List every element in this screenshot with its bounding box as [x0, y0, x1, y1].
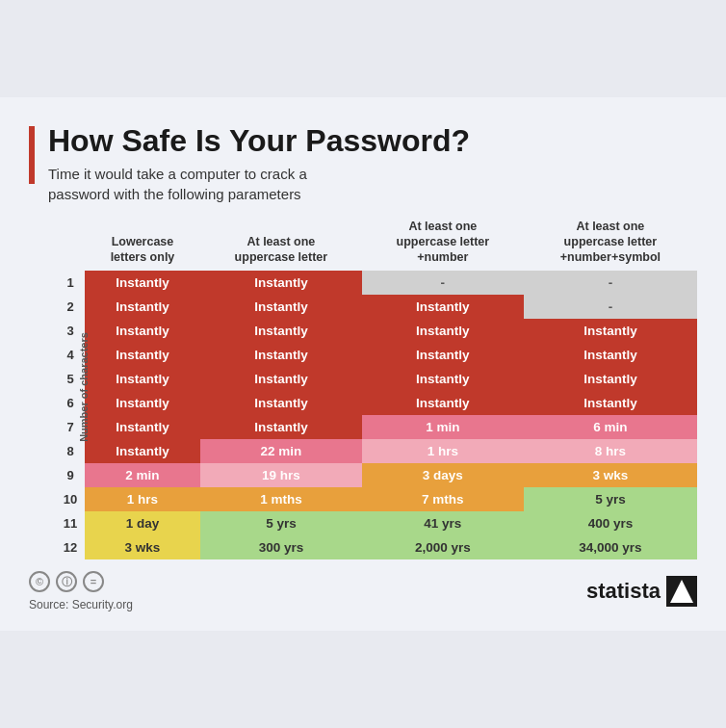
table-row: 6InstantlyInstantlyInstantlyInstantly	[56, 391, 697, 415]
table-cell: Instantly	[362, 367, 524, 391]
row-number: 8	[56, 439, 85, 463]
table-cell: Instantly	[85, 319, 200, 343]
red-accent-bar	[29, 126, 35, 184]
subtitle: Time it would take a computer to crack a…	[48, 164, 470, 204]
table-cell: Instantly	[200, 367, 362, 391]
col-header-upper-num: At least oneuppercase letter+number	[362, 214, 524, 272]
table-cell: -	[524, 295, 697, 319]
table-cell: Instantly	[200, 295, 362, 319]
table-cell: Instantly	[85, 439, 200, 463]
table-cell: Instantly	[362, 295, 524, 319]
row-axis-label: Number of characters	[78, 332, 90, 442]
table-cell: Instantly	[85, 367, 200, 391]
person-icon: ⓘ	[56, 571, 77, 592]
row-number: 10	[56, 487, 85, 511]
table-cell: 7 mths	[362, 487, 524, 511]
table-row: 111 day5 yrs41 yrs400 yrs	[56, 511, 697, 535]
table-cell: 300 yrs	[200, 535, 362, 559]
table-cell: -	[524, 271, 697, 295]
source-label: Source: Security.org	[29, 598, 133, 611]
main-title: How Safe Is Your Password?	[48, 124, 470, 158]
row-number: 11	[56, 511, 85, 535]
table-row: 4InstantlyInstantlyInstantlyInstantly	[56, 343, 697, 367]
table-cell: Instantly	[524, 319, 697, 343]
table-cell: Instantly	[85, 271, 200, 295]
table-cell: 6 min	[524, 415, 697, 439]
table-cell: 1 min	[362, 415, 524, 439]
table-row: 1InstantlyInstantly--	[56, 271, 697, 295]
header-row: Lowercaseletters only At least oneupperc…	[56, 214, 697, 272]
password-table: Lowercaseletters only At least oneupperc…	[56, 214, 697, 560]
table-cell: Instantly	[85, 343, 200, 367]
table-cell: Instantly	[200, 319, 362, 343]
table-cell: 1 day	[85, 511, 200, 535]
table-cell: 3 days	[362, 463, 524, 487]
col-header-num	[56, 214, 85, 272]
table-row: 7InstantlyInstantly1 min6 min	[56, 415, 697, 439]
table-cell: 22 min	[200, 439, 362, 463]
table-cell: 5 yrs	[524, 487, 697, 511]
col-header-upper-num-sym: At least oneuppercase letter+number+symb…	[524, 214, 697, 272]
table-row: 3InstantlyInstantlyInstantlyInstantly	[56, 319, 697, 343]
table-cell: Instantly	[85, 415, 200, 439]
table-cell: Instantly	[200, 391, 362, 415]
row-number: 2	[56, 295, 85, 319]
table-cell: 19 hrs	[200, 463, 362, 487]
statista-text: statista	[586, 579, 661, 604]
table-row: 92 min19 hrs3 days3 wks	[56, 463, 697, 487]
table-row: 101 hrs1 mths7 mths5 yrs	[56, 487, 697, 511]
table-cell: -	[362, 271, 524, 295]
table-cell: Instantly	[200, 415, 362, 439]
col-header-lowercase: Lowercaseletters only	[85, 214, 200, 272]
table-cell: Instantly	[362, 319, 524, 343]
table-cell: 2,000 yrs	[362, 535, 524, 559]
table-cell: 34,000 yrs	[524, 535, 697, 559]
table-container: Number of characters Lowercaseletters on…	[29, 214, 697, 560]
table-cell: Instantly	[524, 367, 697, 391]
col-header-uppercase: At least oneuppercase letter	[200, 214, 362, 272]
table-cell: 41 yrs	[362, 511, 524, 535]
table-cell: 400 yrs	[524, 511, 697, 535]
table-cell: Instantly	[362, 343, 524, 367]
table-cell: Instantly	[200, 343, 362, 367]
row-number: 1	[56, 271, 85, 295]
table-cell: Instantly	[85, 391, 200, 415]
statista-brand: statista	[586, 576, 697, 607]
table-cell: Instantly	[362, 391, 524, 415]
table-row: 5InstantlyInstantlyInstantlyInstantly	[56, 367, 697, 391]
table-cell: 1 mths	[200, 487, 362, 511]
table-cell: 1 hrs	[85, 487, 200, 511]
table-cell: 5 yrs	[200, 511, 362, 535]
cc-icon: ©	[29, 571, 50, 592]
table-cell: 3 wks	[524, 463, 697, 487]
table-row: 8Instantly22 min1 hrs8 hrs	[56, 439, 697, 463]
cc-icons: © ⓘ =	[29, 571, 133, 592]
table-cell: 1 hrs	[362, 439, 524, 463]
equals-icon: =	[83, 571, 104, 592]
card: How Safe Is Your Password? Time it would…	[0, 97, 726, 632]
table-row: 123 wks300 yrs2,000 yrs34,000 yrs	[56, 535, 697, 559]
table-cell: Instantly	[524, 391, 697, 415]
table-cell: 2 min	[85, 463, 200, 487]
table-cell: 8 hrs	[524, 439, 697, 463]
statista-logo-icon	[666, 576, 697, 607]
table-cell: 3 wks	[85, 535, 200, 559]
row-number: 9	[56, 463, 85, 487]
footer: © ⓘ = Source: Security.org statista	[29, 571, 697, 611]
table-cell: Instantly	[85, 295, 200, 319]
table-row: 2InstantlyInstantlyInstantly-	[56, 295, 697, 319]
row-number: 12	[56, 535, 85, 559]
table-cell: Instantly	[200, 271, 362, 295]
title-bar: How Safe Is Your Password? Time it would…	[29, 124, 697, 204]
table-cell: Instantly	[524, 343, 697, 367]
title-block: How Safe Is Your Password? Time it would…	[48, 124, 470, 204]
